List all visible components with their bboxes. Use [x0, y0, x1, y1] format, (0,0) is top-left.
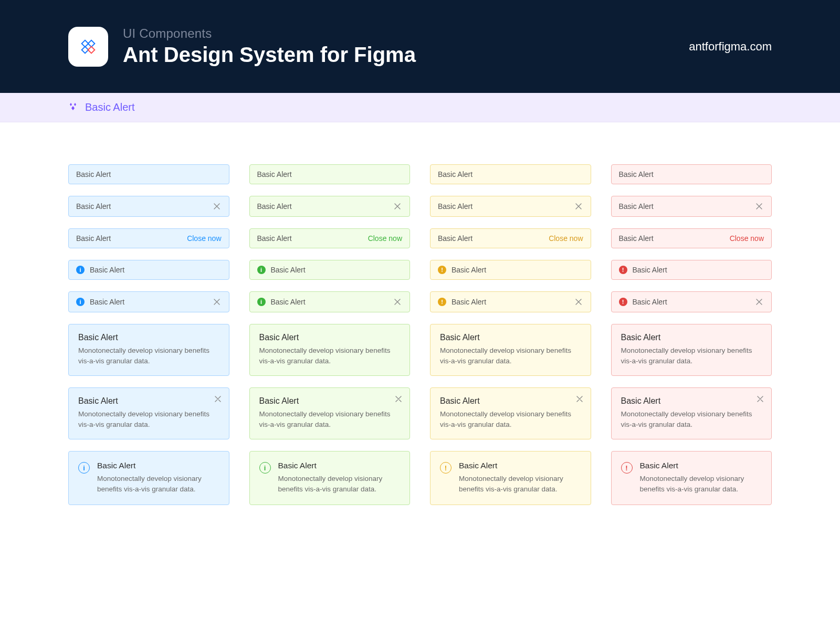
info-status-outline-icon: i	[78, 462, 90, 474]
alert-title: Basic Alert	[78, 333, 219, 342]
section-title: Basic Alert	[85, 101, 134, 113]
alert-text: Basic Alert	[257, 202, 393, 211]
alert-warning-big_icon_description: !Basic AlertMonotonectally develop visio…	[430, 451, 591, 505]
alert-description: Monotonectally develop visionary benefit…	[440, 409, 581, 429]
error-status-icon: !	[619, 266, 627, 274]
alert-description: Monotonectally develop visionary benefit…	[97, 474, 219, 494]
alert-title: Basic Alert	[78, 396, 219, 406]
close-icon[interactable]	[393, 297, 402, 307]
alert-text: Basic Alert	[76, 202, 212, 211]
close-icon[interactable]	[212, 297, 222, 307]
alert-description: Monotonectally develop visionary benefit…	[440, 345, 581, 366]
close-icon[interactable]	[213, 394, 223, 404]
close-now-link[interactable]: Close now	[187, 234, 221, 243]
alert-content: Basic AlertMonotonectally develop vision…	[97, 461, 219, 494]
section-ribbon: Basic Alert	[0, 93, 840, 122]
alert-title: Basic Alert	[259, 333, 401, 342]
svg-marker-6	[71, 106, 75, 110]
alert-text: Basic Alert	[257, 234, 368, 243]
alert-text: Basic Alert	[90, 266, 222, 274]
alert-success-big_icon_description: iBasic AlertMonotonectally develop visio…	[249, 451, 411, 505]
alerts-sheet: Basic AlertBasic AlertBasic AlertBasic A…	[0, 122, 840, 568]
error-status-outline-icon: !	[621, 462, 633, 474]
alert-title: Basic Alert	[621, 396, 762, 406]
alert-warning-closable_x: Basic Alert	[430, 196, 591, 217]
alert-description: Monotonectally develop visionary benefit…	[259, 345, 401, 366]
close-icon[interactable]	[755, 394, 765, 404]
close-icon[interactable]	[212, 202, 222, 211]
close-now-link[interactable]: Close now	[368, 234, 402, 243]
hero-titles: UI Components Ant Design System for Figm…	[123, 26, 416, 67]
alert-warning-description_closable_x: Basic AlertMonotonectally develop vision…	[430, 387, 591, 439]
alert-error-closable_text: Basic AlertClose now	[611, 228, 772, 248]
alert-title: Basic Alert	[440, 396, 581, 406]
alert-text: Basic Alert	[619, 234, 730, 243]
alert-title: Basic Alert	[621, 333, 762, 342]
alert-title: Basic Alert	[97, 461, 219, 470]
alert-warning-icon: !Basic Alert	[430, 260, 591, 280]
alert-error-icon_closable_x: !Basic Alert	[611, 291, 772, 312]
alert-title: Basic Alert	[640, 461, 762, 470]
alert-description: Monotonectally develop visionary benefit…	[259, 409, 401, 429]
alert-description: Monotonectally develop visionary benefit…	[278, 474, 401, 494]
logo-diamonds-icon	[78, 36, 99, 57]
alert-success-closable_text: Basic AlertClose now	[249, 228, 411, 248]
alert-title: Basic Alert	[440, 333, 581, 342]
alert-info-icon_closable_x: iBasic Alert	[68, 291, 229, 312]
alert-title: Basic Alert	[259, 396, 401, 406]
close-now-link[interactable]: Close now	[730, 234, 764, 243]
alert-info-closable_x: Basic Alert	[68, 196, 229, 217]
close-icon[interactable]	[575, 394, 584, 404]
alert-text: Basic Alert	[619, 202, 755, 211]
close-icon[interactable]	[754, 297, 764, 307]
close-icon[interactable]	[394, 394, 403, 404]
sparkle-icon	[68, 103, 78, 112]
hero-title: Ant Design System for Figma	[123, 43, 416, 67]
alert-warning-icon_closable_x: !Basic Alert	[430, 291, 591, 312]
alert-title: Basic Alert	[459, 461, 581, 470]
alert-success-icon: iBasic Alert	[249, 260, 411, 280]
app-logo	[68, 27, 108, 67]
alert-info-plain: Basic Alert	[68, 164, 229, 184]
site-link[interactable]: antforfigma.com	[689, 40, 772, 54]
alert-info-icon: iBasic Alert	[68, 260, 229, 280]
alert-content: Basic AlertMonotonectally develop vision…	[640, 461, 762, 494]
error-status-icon: !	[619, 298, 627, 306]
close-icon[interactable]	[393, 202, 402, 211]
alert-text: Basic Alert	[90, 298, 212, 306]
alert-error-closable_x: Basic Alert	[611, 196, 772, 217]
alert-text: Basic Alert	[76, 234, 187, 243]
alert-success-description: Basic AlertMonotonectally develop vision…	[249, 324, 411, 376]
close-icon[interactable]	[574, 297, 583, 307]
close-now-link[interactable]: Close now	[549, 234, 583, 243]
alert-text: Basic Alert	[76, 170, 222, 178]
alert-success-icon_closable_x: iBasic Alert	[249, 291, 411, 312]
svg-marker-5	[74, 103, 76, 106]
alert-info-description_closable_x: Basic AlertMonotonectally develop vision…	[68, 387, 229, 439]
alert-text: Basic Alert	[619, 170, 764, 178]
alert-description: Monotonectally develop visionary benefit…	[78, 345, 219, 366]
alert-warning-closable_text: Basic AlertClose now	[430, 228, 591, 248]
alert-text: Basic Alert	[257, 170, 403, 178]
alert-content: Basic AlertMonotonectally develop vision…	[278, 461, 401, 494]
close-icon[interactable]	[754, 202, 764, 211]
alert-content: Basic AlertMonotonectally develop vision…	[459, 461, 581, 494]
warning-status-outline-icon: !	[440, 462, 452, 474]
close-icon[interactable]	[574, 202, 583, 211]
alert-warning-description: Basic AlertMonotonectally develop vision…	[430, 324, 591, 376]
alert-error-plain: Basic Alert	[611, 164, 772, 184]
alert-text: Basic Alert	[438, 234, 549, 243]
alert-error-description_closable_x: Basic AlertMonotonectally develop vision…	[611, 387, 772, 439]
alert-success-plain: Basic Alert	[249, 164, 411, 184]
success-status-icon: i	[257, 298, 266, 306]
hero: UI Components Ant Design System for Figm…	[0, 0, 840, 93]
alert-warning-plain: Basic Alert	[430, 164, 591, 184]
alert-title: Basic Alert	[278, 461, 401, 470]
alert-info-description: Basic AlertMonotonectally develop vision…	[68, 324, 229, 376]
alerts-grid: Basic AlertBasic AlertBasic AlertBasic A…	[68, 164, 772, 505]
svg-marker-4	[70, 103, 72, 106]
warning-status-icon: !	[438, 266, 446, 274]
info-status-icon: i	[76, 298, 85, 306]
alert-error-icon: !Basic Alert	[611, 260, 772, 280]
alert-error-big_icon_description: !Basic AlertMonotonectally develop visio…	[611, 451, 772, 505]
